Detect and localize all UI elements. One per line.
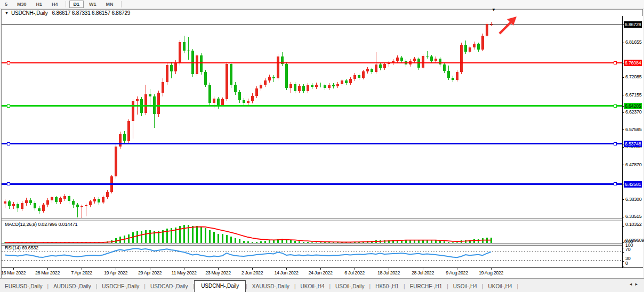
chart-symbol-title: USDCNH-,Daily [11, 10, 48, 16]
axis-tick [622, 95, 624, 95]
price-axis-label: 6.57585 [625, 127, 641, 132]
axis-tick [622, 217, 624, 217]
axis-tick [622, 226, 624, 227]
macd-axis-label: 0.10352 [625, 222, 641, 227]
time-axis-label: 24 Jun 2022 [302, 270, 339, 275]
price-axis-label: 6.33515 [625, 214, 641, 219]
time-axis-label: 23 May 2022 [199, 270, 237, 275]
axis-tick [622, 261, 624, 262]
axis-tick [622, 112, 624, 113]
price-axis-label: 6.67155 [625, 92, 641, 98]
time-axis-tick [355, 268, 355, 270]
rsi-axis-label: 0 [625, 261, 628, 266]
time-axis-tick [47, 268, 48, 270]
tab-eurusd-daily[interactable]: EURUSD-,Daily [0, 281, 47, 292]
time-axis-tick [320, 268, 321, 270]
period-button-D1[interactable]: D1 [69, 1, 84, 8]
period-button-H1[interactable]: H1 [32, 1, 47, 8]
time-axis-tick [82, 268, 82, 270]
macd-indicator-label: MACD(12,26,9) 0.027996 0.014471 [5, 222, 77, 227]
time-axis-tick [116, 268, 116, 270]
time-axis-tick [252, 268, 253, 270]
price-axis[interactable]: 6.816556.720856.671556.623706.575856.528… [623, 16, 643, 267]
price-axis-label: 6.62370 [625, 109, 641, 115]
tab-audusd-daily[interactable]: AUDUSD-,Daily [49, 281, 96, 292]
axis-tick [622, 199, 624, 200]
axis-tick [622, 248, 624, 248]
last-bar-marker-icon: ▼ [492, 8, 496, 12]
chart-ohlc-values: 6.86617 6.87331 6.86157 6.86729 [52, 10, 130, 16]
tab-usoil-daily[interactable]: USOil-,Daily [331, 281, 369, 292]
time-axis-label: 29 Apr 2022 [131, 270, 168, 275]
axis-tick [622, 242, 624, 243]
time-axis-label: 18 Jul 2022 [370, 270, 407, 275]
price-axis-label: 6.72085 [625, 74, 641, 79]
axis-tick [622, 147, 624, 148]
time-axis-tick [150, 268, 150, 270]
axis-tick [622, 266, 624, 266]
time-axis-tick [218, 268, 219, 270]
tab-usdcnh-daily[interactable]: USDCNH-,Daily [194, 280, 246, 292]
time-axis-label: 14 Jun 2022 [268, 270, 305, 275]
tab-eurchf-h1[interactable]: EURCHF-,H1 [405, 281, 447, 292]
period-button-M30[interactable]: M30 [13, 1, 31, 8]
tab-ukoil-h4[interactable]: UKOil-,H4 [295, 281, 329, 292]
tab-scroll-arrows: ◂▸ [630, 281, 641, 287]
price-marker-label: 6.42581 [624, 181, 642, 188]
time-axis-label: 28 Mar 2022 [29, 270, 66, 275]
axis-tick [622, 129, 624, 130]
axis-tick [622, 184, 624, 184]
tab-usoil-h4[interactable]: USOil-,H4 [448, 281, 482, 292]
time-axis-label: 11 May 2022 [165, 270, 203, 275]
axis-tick [622, 63, 624, 63]
rsi-axis-label: 70 [625, 247, 630, 252]
price-marker-label: 6.64205 [624, 103, 642, 109]
time-axis-label: 6 Jul 2022 [336, 270, 373, 275]
price-marker-label: 6.76084 [624, 60, 642, 66]
time-axis-label: 2 Jun 2022 [234, 270, 271, 275]
price-marker-label: 6.86729 [624, 21, 642, 28]
timeframe-toolbar: 5M30H1H4D1W1MN [0, 0, 644, 9]
axis-tick [622, 165, 624, 165]
axis-tick [622, 252, 624, 253]
toolbar-separator [121, 1, 122, 7]
time-axis-tick [389, 268, 389, 270]
price-axis-label: 6.38300 [625, 197, 641, 202]
time-axis-tick [286, 268, 287, 270]
tab-ukoil-h4[interactable]: UKOil-,H4 [483, 281, 517, 292]
tab-hk50-h1[interactable]: HK50-,H1 [371, 281, 404, 292]
chart-canvas[interactable] [2, 16, 622, 267]
chart-tab-bar: EURUSD-,Daily|AUDUSD-,Daily|USDCHF-,Dail… [0, 278, 644, 292]
tab-usdchf-daily[interactable]: USDCHF-,Daily [97, 281, 144, 292]
time-axis-tick [184, 268, 184, 270]
time-axis-tick [457, 268, 457, 270]
axis-tick [622, 25, 624, 25]
rsi-indicator-label: RSI(14) 69.6532 [5, 245, 38, 250]
axis-tick [622, 106, 624, 107]
tab-xauusd-daily[interactable]: XAUUSD-,Daily [247, 281, 294, 292]
price-axis-label: 6.81655 [625, 39, 641, 45]
collapse-chart-icon[interactable]: ▼ [5, 11, 9, 15]
price-axis-label: 6.47870 [625, 162, 641, 167]
time-axis-label: 19 Apr 2022 [97, 270, 134, 275]
tab-scroll-left-icon[interactable]: ◂ [630, 281, 635, 287]
price-marker-label: 6.53748 [624, 141, 642, 147]
tab-separator: | [517, 281, 519, 292]
period-button-5[interactable]: 5 [1, 1, 12, 8]
time-axis-label: 9 Aug 2022 [438, 270, 476, 275]
period-button-H4[interactable]: H4 [47, 1, 62, 8]
tab-usdcad-daily[interactable]: USDCAD-,Daily [146, 281, 193, 292]
time-axis-tick [423, 268, 423, 270]
axis-tick [622, 77, 624, 78]
toolbar-separator [66, 1, 66, 7]
time-axis-label: 7 Apr 2022 [63, 270, 100, 275]
tab-scroll-right-icon[interactable]: ▸ [635, 281, 641, 287]
time-axis-label: 19 Aug 2022 [472, 270, 510, 275]
time-axis[interactable]: 16 Mar 202228 Mar 20227 Apr 202219 Apr 2… [2, 267, 643, 278]
time-axis-tick [491, 268, 492, 270]
period-button-MN[interactable]: MN [102, 1, 118, 8]
time-axis-label: 28 Jul 2022 [404, 270, 441, 275]
time-axis-label: 16 Mar 2022 [0, 270, 32, 275]
axis-tick [622, 144, 624, 144]
period-button-W1[interactable]: W1 [85, 1, 101, 8]
